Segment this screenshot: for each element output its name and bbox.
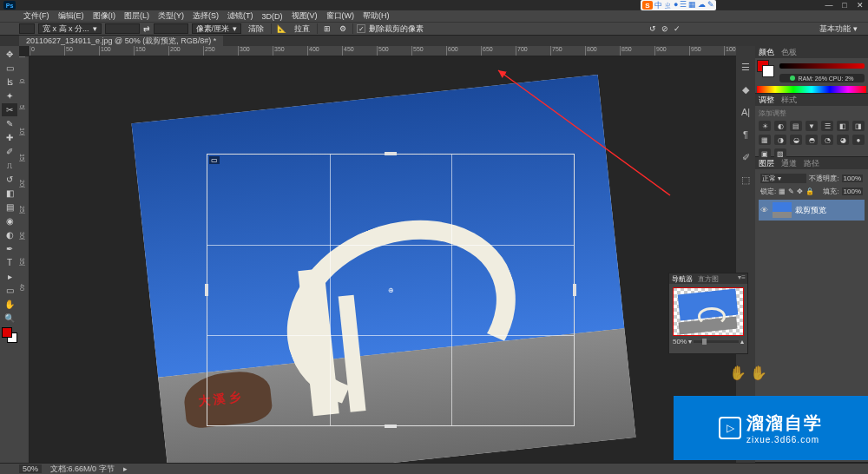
workspace-switcher[interactable]: 基本功能 ▾ [814,23,863,35]
paragraph-icon[interactable]: ¶ [739,128,753,142]
opacity-field[interactable]: 100% [842,174,863,182]
crop-handle-left[interactable] [205,284,208,296]
crop-options-icon[interactable]: ⚙ [337,23,349,34]
hue-strip[interactable] [757,86,866,93]
healing-tool[interactable]: ✚ [2,131,17,144]
brush-tool[interactable]: ✐ [2,145,17,158]
tab-styles[interactable]: 样式 [781,95,797,106]
layer-name[interactable]: 裁剪预览 [795,205,826,216]
adjustment-preset-icon[interactable]: ▦ [759,135,771,145]
tab-paths[interactable]: 路径 [804,158,819,169]
pen-tool[interactable]: ✒ [2,242,17,255]
menu-item[interactable]: 3D(D) [258,12,287,21]
document-tab[interactable]: 20110627_134911_e.jpg @ 50% (裁剪预览, RGB/8… [19,36,223,46]
adjustment-preset-icon[interactable]: ◒ [790,135,802,145]
zoom-tool[interactable]: 🔍 [2,312,17,325]
clear-button[interactable]: 清除 [245,23,267,34]
crop-tool[interactable]: ✂ [2,103,17,116]
zoom-in-icon[interactable]: ▴ [740,338,744,346]
move-tool[interactable]: ✥ [2,48,17,61]
lock-pixels-icon[interactable]: ✎ [788,188,794,195]
crop-width-field[interactable] [105,23,140,34]
tab-channels[interactable]: 通道 [781,158,797,169]
lock-position-icon[interactable]: ✥ [797,188,803,195]
dodge-tool[interactable]: ◐ [2,228,17,241]
hand-tool[interactable]: ✋ [2,298,17,311]
crop-handle-top[interactable] [385,152,397,155]
maximize-button[interactable]: □ [837,0,852,10]
adjustment-preset-icon[interactable]: ◓ [806,135,818,145]
color-slider[interactable] [779,63,865,69]
crop-marquee[interactable]: ▭ ⊕ [207,154,575,426]
navigator-panel[interactable]: 导航器 直方图 ▾≡ 50% ▾ ▴ [668,273,748,354]
ime-icon[interactable]: ✎ [707,0,714,11]
zoom-field[interactable]: 50% [19,464,42,473]
straighten-button[interactable]: 拉直 [291,23,313,34]
cancel-icon[interactable]: ⊘ [661,24,668,33]
gradient-tool[interactable]: ▤ [2,201,17,214]
menu-item[interactable]: 视图(V) [287,10,322,22]
canvas-area[interactable]: 0501001502002503003504004505005506006507… [19,46,736,463]
lock-transparency-icon[interactable]: ▦ [779,188,786,195]
menu-item[interactable]: 滤镜(T) [223,10,258,22]
history-icon[interactable]: ☰ [739,60,753,74]
ime-icon[interactable]: ▦ [688,0,696,11]
brush-presets-icon[interactable]: ✐ [739,150,753,164]
navigator-zoom-value[interactable]: 50% [673,338,687,346]
color-swatches[interactable] [2,327,17,343]
layer-row[interactable]: 👁 裁剪预览 [759,200,865,221]
swap-icon[interactable]: ⇄ [143,24,150,33]
tab-swatches[interactable]: 色板 [781,47,797,58]
tab-layers[interactable]: 图层 [759,158,774,169]
adjustment-preset-icon[interactable]: ◐ [774,121,786,131]
blend-mode-dropdown[interactable]: 正常 ▾ [760,174,806,183]
adjustment-preset-icon[interactable]: ▤ [790,121,802,131]
crop-resolution-unit[interactable]: 像素/厘米 ▾ [192,23,242,34]
tab-navigator[interactable]: 导航器 [672,274,693,284]
crop-height-field[interactable] [154,23,188,34]
blur-tool[interactable]: ◉ [2,214,17,227]
properties-icon[interactable]: ◆ [739,82,753,96]
crop-handle-top-right[interactable] [566,154,575,162]
adjustment-preset-icon[interactable]: ◔ [821,135,833,145]
navigator-zoom-slider[interactable] [694,340,739,343]
crop-handle-right[interactable] [573,284,576,296]
straighten-icon[interactable]: 📐 [275,23,287,34]
crop-handle-bottom-right[interactable] [566,418,575,426]
adjustment-preset-icon[interactable]: ☀ [759,121,771,131]
menu-item[interactable]: 图层(L) [120,10,154,22]
ime-icon[interactable]: ☁ [698,0,706,11]
menu-item[interactable]: 编辑(E) [54,10,89,22]
history-brush-tool[interactable]: ↺ [2,173,17,186]
menu-item[interactable]: 帮助(H) [358,10,394,22]
adjustment-preset-icon[interactable]: ◨ [852,121,865,131]
menu-item[interactable]: 文件(F) [19,10,54,22]
crop-handle-bottom-left[interactable] [207,418,215,426]
crop-handle-bottom[interactable] [385,425,397,428]
tool-preset-picker[interactable] [19,23,35,34]
delete-cropped-checkbox[interactable]: ✓ [357,24,365,33]
tab-histogram[interactable]: 直方图 [698,274,719,284]
adjustment-preset-icon[interactable]: ◧ [837,121,849,131]
commit-icon[interactable]: ✓ [674,24,681,33]
marquee-tool[interactable]: ▭ [2,62,17,75]
doc-info-chevron-icon[interactable]: ▸ [123,464,128,473]
tab-adjustments[interactable]: 调整 [759,95,774,106]
reset-icon[interactable]: ↺ [649,24,656,33]
navigator-menu-icon[interactable]: ▾≡ [738,273,746,281]
character-icon[interactable]: A| [739,105,753,119]
eraser-tool[interactable]: ◧ [2,187,17,200]
adjustment-preset-icon[interactable]: ▼ [806,121,818,131]
ime-icon[interactable]: ㄓ [664,0,672,11]
adjustment-preset-icon[interactable]: ☰ [821,121,833,131]
adjustment-preset-icon[interactable]: ● [852,135,865,145]
stamp-tool[interactable]: ⎍ [2,159,17,172]
crop-ratio-dropdown[interactable]: 宽 x 高 x 分... ▾ [38,23,102,34]
shape-tool[interactable]: ▭ [2,284,17,297]
background-color-swatch[interactable] [762,65,774,77]
navigator-thumbnail[interactable] [673,287,744,336]
minimize-button[interactable]: — [821,0,837,10]
ime-icon[interactable]: 中 [654,0,662,11]
menu-item[interactable]: 选择(S) [188,10,223,22]
type-tool[interactable]: T [2,256,17,269]
